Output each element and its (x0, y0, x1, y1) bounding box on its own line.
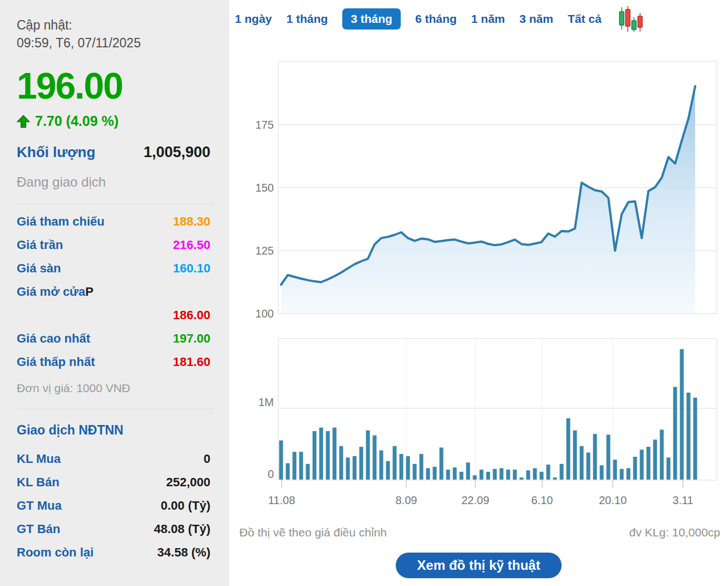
tab-6-thang[interactable]: 6 tháng (415, 8, 457, 30)
row-value: 0.00 (Tỷ) (161, 494, 210, 517)
svg-text:11.08: 11.08 (268, 494, 296, 506)
session-status: Đang giao dịch (17, 174, 210, 190)
row-kl-mua: KL Mua0 (17, 447, 210, 471)
row-label: Giá sàn (17, 257, 61, 280)
tab-1-nam[interactable]: 1 năm (471, 8, 505, 30)
divider (17, 204, 214, 204)
divider (17, 409, 214, 409)
svg-text:6.10: 6.10 (532, 494, 553, 506)
price-info-table: Giá tham chiếu188.30Giá trần216.50Giá sà… (17, 210, 210, 374)
row-value: 186.00 (173, 304, 210, 327)
tab-3-thang[interactable]: 3 tháng (342, 8, 401, 30)
row-label: Giá thấp nhất (17, 350, 95, 374)
row-value: 0 (204, 447, 210, 471)
row-value: 252,000 (166, 471, 210, 494)
svg-text:125: 125 (255, 245, 274, 257)
row-label: GT Bán (17, 517, 60, 541)
svg-text:20.10: 20.10 (599, 494, 627, 506)
price-change-row: 7.70 (4.09 %) (17, 113, 210, 129)
row-value: 181.60 (173, 350, 210, 374)
row-gia-mo-cua-value-line: 186.00 (17, 304, 210, 327)
svg-text:1M: 1M (258, 396, 274, 408)
volume-unit-note: đv KLg: 10,000cp (629, 526, 720, 539)
row-label: Giá trần (17, 233, 63, 257)
tab-1-ngay[interactable]: 1 ngày (235, 8, 272, 30)
svg-text:8.09: 8.09 (396, 494, 417, 506)
price-volume-chart[interactable]: 1751501251001M011.088.0922.096.1020.103.… (229, 0, 728, 586)
row-gia-thap-nhat: Giá thấp nhất181.60 (17, 350, 210, 374)
row-label: KL Mua (17, 447, 61, 471)
foreign-trading-title: Giao dịch NĐTNN (17, 418, 210, 442)
svg-text:0: 0 (268, 468, 274, 480)
row-label-suffix: P (85, 285, 94, 299)
row-value: 48.08 (Tỷ) (154, 517, 211, 541)
row-value: 216.50 (173, 233, 210, 257)
chart-panel: 1 ngày1 tháng3 tháng6 tháng1 năm3 nămTất… (229, 0, 728, 586)
volume-value: 1,005,900 (144, 144, 210, 161)
row-label: GT Mua (17, 494, 62, 517)
up-arrow-icon (17, 115, 30, 128)
volume-row: Khối lượng 1,005,900 (17, 144, 210, 161)
price-change: 7.70 (4.09 %) (35, 113, 119, 129)
quote-panel: Cập nhật: 09:59, T6, 07/11/2025 196.00 7… (0, 0, 229, 586)
stock-quote-widget: Cập nhật: 09:59, T6, 07/11/2025 196.00 7… (0, 0, 728, 586)
row-gia-mo-cua: Giá mở cửaP (17, 280, 210, 304)
price-unit-note: Đơn vị giá: 1000 VNĐ (17, 382, 210, 395)
updated-time: 09:59, T6, 07/11/2025 (17, 35, 210, 52)
row-gia-tran: Giá trần216.50 (17, 233, 210, 257)
row-value: 160.10 (173, 257, 210, 280)
row-gt-ban: GT Bán48.08 (Tỷ) (17, 517, 210, 541)
svg-text:3.11: 3.11 (672, 494, 693, 506)
row-gia-san: Giá sàn160.10 (17, 257, 210, 280)
row-label: KL Bán (17, 471, 60, 494)
candlestick-chart-icon[interactable] (618, 6, 644, 32)
row-kl-ban: KL Bán252,000 (17, 471, 210, 494)
row-label: Room còn lại (17, 541, 94, 564)
update-info: Cập nhật: 09:59, T6, 07/11/2025 (17, 17, 210, 52)
svg-text:22.09: 22.09 (461, 494, 489, 506)
row-label: Giá mở cửaP (17, 280, 94, 304)
svg-text:175: 175 (255, 119, 274, 131)
row-gt-mua: GT Mua0.00 (Tỷ) (17, 494, 210, 517)
row-gia-cao-nhat: Giá cao nhất197.00 (17, 327, 210, 350)
range-tabs: 1 ngày1 tháng3 tháng6 tháng1 năm3 nămTất… (235, 7, 644, 31)
tab-1-thang[interactable]: 1 tháng (287, 8, 328, 30)
tab-3-nam[interactable]: 3 năm (519, 8, 553, 30)
foreign-trading-table: KL Mua0KL Bán252,000GT Mua0.00 (Tỷ)GT Bá… (17, 447, 210, 564)
row-label: Giá cao nhất (17, 327, 90, 350)
tab-tat-ca[interactable]: Tất cả (568, 8, 602, 30)
row-label: Giá tham chiếu (17, 210, 105, 233)
svg-text:150: 150 (255, 182, 274, 194)
technical-chart-button[interactable]: Xem đồ thị kỹ thuật (396, 553, 562, 578)
row-room-con-lai: Room còn lại34.58 (%) (17, 541, 210, 564)
row-gia-tham-chieu: Giá tham chiếu188.30 (17, 210, 210, 233)
svg-text:100: 100 (255, 307, 274, 320)
last-price: 196.00 (17, 67, 210, 104)
row-value: 188.30 (173, 210, 210, 233)
row-value: 197.00 (173, 327, 210, 350)
chart-footnotes: Đồ thị vẽ theo giá điều chỉnh đv KLg: 10… (229, 526, 728, 539)
updated-label: Cập nhật: (17, 17, 210, 35)
volume-label: Khối lượng (17, 144, 95, 161)
row-value: 34.58 (%) (158, 541, 210, 564)
adjusted-price-note: Đồ thị vẽ theo giá điều chỉnh (239, 526, 387, 539)
